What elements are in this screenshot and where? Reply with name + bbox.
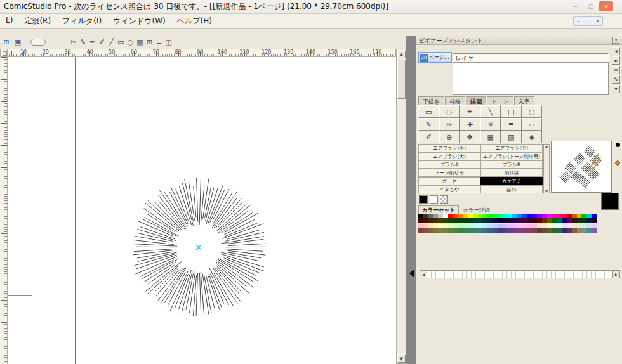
palette-swatch[interactable] (542, 218, 547, 223)
scroll-down-icon[interactable]: ▼ (397, 354, 406, 363)
scrollbar-thumb[interactable] (397, 60, 406, 99)
horizontal-ruler[interactable]: 1020304050607080901001101201301401501601… (8, 49, 396, 57)
panel-title-bar[interactable]: ビギナーズアシスタント × (416, 36, 622, 45)
palette-swatch[interactable] (527, 224, 533, 228)
palette-swatch[interactable] (512, 214, 517, 218)
palette-swatch[interactable] (572, 224, 577, 228)
palette-swatch[interactable] (498, 218, 503, 223)
palette-swatch[interactable] (537, 214, 542, 218)
rect-tool-icon[interactable]: □ (501, 105, 522, 118)
palette-swatch[interactable] (537, 218, 542, 223)
palette-swatch[interactable] (581, 214, 586, 218)
palette-swatch[interactable] (482, 224, 487, 228)
palette-swatch[interactable] (542, 224, 547, 228)
dock-next-icon[interactable]: ▸ (612, 56, 620, 65)
palette-swatch[interactable] (448, 224, 453, 228)
palette-swatch[interactable] (453, 224, 458, 228)
palette-swatch[interactable] (537, 224, 542, 228)
tone-tool-icon[interactable]: ▦ (480, 131, 501, 143)
layer-list[interactable] (453, 62, 609, 95)
palette-swatch[interactable] (567, 214, 572, 218)
palette-swatch[interactable] (586, 218, 592, 223)
palette-swatch[interactable] (418, 218, 423, 223)
palette-swatch[interactable] (507, 214, 512, 218)
palette-swatch[interactable] (552, 214, 557, 218)
tab-3[interactable]: トーン (487, 96, 513, 105)
ellipse-icon[interactable]: ○ (126, 37, 135, 47)
brush-item-1[interactable]: エアブラシ(中) (480, 144, 543, 152)
brush-item-8[interactable]: ガーゼ (418, 177, 480, 185)
palette-swatch[interactable] (482, 218, 487, 223)
palette-swatch[interactable] (438, 224, 443, 228)
palette-swatch[interactable] (428, 228, 433, 233)
palette-swatch[interactable] (522, 228, 527, 233)
palette-swatch[interactable] (458, 224, 463, 228)
move-tool-icon[interactable]: ✚ (460, 118, 480, 131)
palette-swatch[interactable] (537, 228, 542, 233)
palette-swatch[interactable] (468, 218, 473, 223)
palette-swatch[interactable] (453, 218, 458, 223)
palette-swatch[interactable] (418, 214, 423, 218)
strip-right-icon[interactable]: ▶ (612, 271, 619, 278)
palette-swatch[interactable] (581, 218, 586, 223)
decoration-tool-icon[interactable]: ❖ (460, 131, 480, 143)
airbrush-tool-icon[interactable]: ✐ (418, 131, 439, 143)
palette-swatch[interactable] (507, 218, 512, 223)
palette-swatch[interactable] (487, 214, 493, 218)
line-icon[interactable]: ╱ (107, 37, 116, 47)
palette-swatch[interactable] (443, 224, 448, 228)
palette-swatch[interactable] (552, 228, 557, 233)
page-grid-icon[interactable]: ⊞ (1, 37, 11, 47)
palette-swatch[interactable] (438, 228, 443, 233)
palette-swatch[interactable] (512, 218, 517, 223)
palette-swatch[interactable] (473, 224, 478, 228)
palette-swatch[interactable] (478, 218, 483, 223)
title-bar[interactable]: ComicStudio Pro - 次のライセンス照合は 30 日後です。- [… (0, 0, 622, 14)
close-button[interactable]: × (599, 1, 613, 11)
brush-item-2[interactable]: エアブラシ(大) (418, 152, 480, 160)
ellipse-tool-icon[interactable]: ○ (522, 105, 543, 118)
palette-swatch[interactable] (493, 218, 498, 223)
dock-prev-icon[interactable]: ◂ (612, 47, 620, 55)
palette-swatch[interactable] (433, 214, 438, 218)
maximize-button[interactable]: ▢ (584, 1, 598, 11)
brush-item-11[interactable]: ほわ (480, 185, 543, 193)
palette-swatch[interactable] (453, 214, 458, 218)
palette-swatch[interactable] (458, 214, 463, 218)
brush-item-5[interactable]: ブラシB (480, 160, 543, 169)
brush-item-3[interactable]: エアブラシ(トーン削り用) (480, 152, 543, 160)
lasso-tool-icon[interactable]: ◌ (439, 105, 460, 118)
palette-swatch[interactable] (562, 214, 567, 218)
palette-swatch[interactable] (473, 218, 478, 223)
frame-icon[interactable]: ▭ (116, 37, 126, 47)
menu-item-1[interactable]: 定規(R) (18, 14, 56, 29)
palette-swatch[interactable] (463, 218, 468, 223)
canvas-vertical-scrollbar[interactable]: ▲ ▼ (396, 49, 406, 364)
slider-handle[interactable] (615, 160, 620, 166)
palette-swatch[interactable] (522, 214, 527, 218)
palette-swatch[interactable] (423, 214, 428, 218)
palette-swatch[interactable] (547, 228, 552, 233)
palette-swatch[interactable] (487, 228, 493, 233)
palette-swatch[interactable] (567, 218, 572, 223)
palette-swatch[interactable] (572, 218, 577, 223)
hatch-tool-icon[interactable]: ≡ (501, 118, 522, 131)
palette-swatch[interactable] (572, 214, 577, 218)
palette-swatch[interactable] (503, 228, 508, 233)
pencil-icon[interactable]: ✎ (78, 37, 88, 47)
palette-swatch[interactable] (453, 228, 458, 233)
brush-item-10[interactable]: ベタもや (418, 185, 480, 193)
palette-swatch[interactable] (522, 218, 527, 223)
palette-swatch[interactable] (448, 218, 453, 223)
vertical-ruler[interactable] (0, 57, 8, 364)
palette-swatch[interactable] (547, 214, 552, 218)
palette-swatch[interactable] (557, 224, 562, 228)
menu-item-3[interactable]: ウィンドウ(W) (107, 14, 171, 29)
pencil-tool-icon[interactable]: ✎ (418, 118, 439, 131)
brush-list-scrollbar[interactable]: ▲▼ (543, 144, 550, 193)
palette-swatch[interactable] (557, 218, 562, 223)
palette-swatch[interactable] (503, 218, 508, 223)
palette-swatch[interactable] (473, 214, 478, 218)
brush-item-4[interactable]: ブラシA (418, 160, 480, 169)
palette-swatch[interactable] (557, 214, 562, 218)
